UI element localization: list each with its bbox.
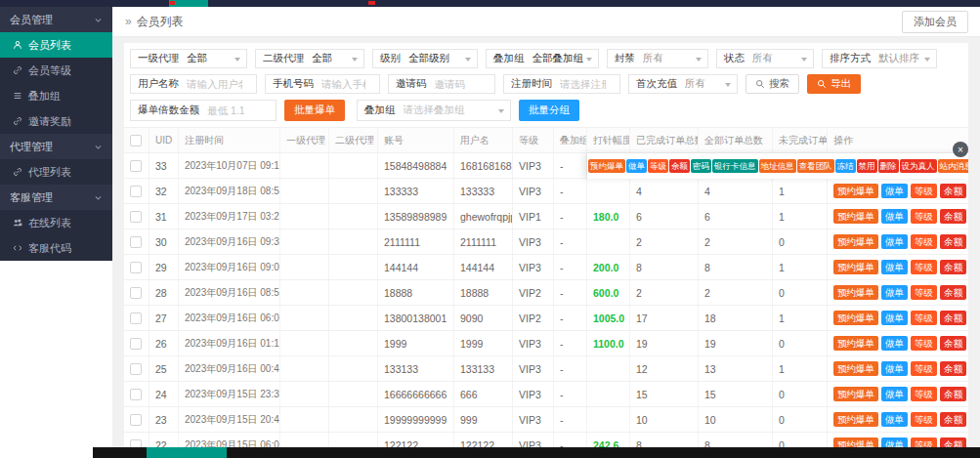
action-button[interactable]: 做单 bbox=[881, 184, 908, 199]
username-input[interactable] bbox=[187, 78, 242, 90]
overlay-action-button[interactable]: 银行卡信息 bbox=[712, 159, 758, 174]
action-button[interactable]: 预约爆单 bbox=[833, 184, 878, 199]
action-button[interactable]: 等级 bbox=[911, 361, 937, 377]
action-button[interactable]: 做单 bbox=[881, 311, 908, 326]
batch-group-button[interactable]: 批量分组 bbox=[519, 100, 579, 121]
overlay-action-button[interactable]: 做单 bbox=[626, 159, 647, 174]
action-button[interactable]: 做单 bbox=[881, 285, 908, 301]
close-icon[interactable]: × bbox=[953, 142, 968, 157]
horizontal-scrollbar[interactable] bbox=[93, 447, 980, 458]
sidebar-item-member-level[interactable]: 会员等级 bbox=[0, 58, 112, 83]
overlay-action-button[interactable]: 站内消息 bbox=[938, 159, 969, 174]
action-button[interactable]: 等级 bbox=[911, 234, 937, 250]
sidebar-item-stack-group[interactable]: 叠加组 bbox=[0, 83, 112, 108]
action-button[interactable]: 余额 bbox=[940, 336, 966, 352]
select-all-checkbox[interactable] bbox=[130, 135, 142, 146]
filter-agent1-select[interactable]: 一级代理 全部 bbox=[130, 49, 247, 68]
sidebar-item-agent-list[interactable]: 代理列表 bbox=[0, 159, 112, 185]
action-button[interactable]: 等级 bbox=[911, 336, 937, 352]
action-button[interactable]: 做单 bbox=[881, 336, 908, 352]
row-checkbox[interactable] bbox=[130, 287, 142, 299]
export-button[interactable]: 导出 bbox=[807, 74, 861, 94]
row-checkbox[interactable] bbox=[130, 262, 142, 273]
action-button[interactable]: 余额 bbox=[940, 387, 966, 402]
action-button[interactable]: 余额 bbox=[940, 412, 966, 428]
filter-sort-select[interactable]: 排序方式 默认排序 bbox=[822, 49, 937, 68]
overlay-action-button[interactable]: 查看团队 bbox=[797, 159, 834, 174]
action-button[interactable]: 预约爆单 bbox=[833, 336, 878, 352]
action-button[interactable]: 余额 bbox=[940, 260, 966, 275]
batch-burst-button[interactable]: 批量爆单 bbox=[284, 100, 345, 121]
action-button[interactable]: 做单 bbox=[881, 209, 908, 225]
register-time-input[interactable] bbox=[560, 78, 606, 90]
row-checkbox[interactable] bbox=[130, 236, 142, 248]
filter-value: 全部 bbox=[187, 52, 207, 65]
action-button[interactable]: 等级 bbox=[911, 311, 937, 326]
sidebar-item-online-list[interactable]: 在线列表 bbox=[0, 210, 112, 235]
action-button[interactable]: 余额 bbox=[940, 311, 966, 326]
action-button[interactable]: 余额 bbox=[940, 209, 966, 225]
action-button[interactable]: 等级 bbox=[911, 285, 937, 301]
action-button[interactable]: 预约爆单 bbox=[833, 209, 878, 225]
action-button[interactable]: 做单 bbox=[881, 387, 908, 402]
sidebar-item-member-list[interactable]: 会员列表 bbox=[0, 32, 112, 58]
top-scroll-strip[interactable] bbox=[0, 0, 980, 7]
row-checkbox[interactable] bbox=[130, 389, 142, 400]
action-button[interactable]: 余额 bbox=[940, 361, 966, 377]
batch-group-select[interactable]: 叠加组 请选择叠加组 bbox=[357, 100, 511, 121]
action-button[interactable]: 做单 bbox=[881, 234, 908, 250]
action-button[interactable]: 余额 bbox=[940, 184, 966, 199]
overlay-action-button[interactable]: 等级 bbox=[648, 159, 668, 174]
sidebar-item-service-code[interactable]: 客服代码 bbox=[0, 235, 112, 261]
action-button[interactable]: 做单 bbox=[881, 260, 908, 275]
action-button[interactable]: 余额 bbox=[940, 285, 966, 301]
action-button[interactable]: 预约爆单 bbox=[833, 387, 878, 402]
overlay-action-button[interactable]: 设为真人 bbox=[900, 159, 937, 174]
phone-input[interactable] bbox=[321, 78, 365, 90]
add-member-button[interactable]: 添加会员 bbox=[902, 11, 968, 33]
horizontal-scrollbar-thumb[interactable] bbox=[147, 447, 227, 458]
sidebar-group-service-management[interactable]: 客服管理 bbox=[0, 185, 112, 210]
row-checkbox[interactable] bbox=[130, 211, 142, 223]
sidebar-item-invite-reward[interactable]: 邀请奖励 bbox=[0, 108, 112, 134]
action-button[interactable]: 余额 bbox=[940, 234, 966, 250]
overlay-action-button[interactable]: 冻结 bbox=[835, 159, 856, 174]
overlay-action-button[interactable]: 密码 bbox=[691, 159, 711, 174]
burst-amount-input[interactable] bbox=[207, 104, 262, 116]
search-button[interactable]: 搜索 bbox=[746, 74, 799, 94]
sidebar-group-agent-management[interactable]: 代理管理 bbox=[0, 134, 112, 159]
sidebar-group-member-management[interactable]: 会员管理 bbox=[0, 7, 112, 32]
overlay-action-button[interactable]: 余额 bbox=[669, 159, 690, 174]
invite-code-input[interactable] bbox=[435, 78, 482, 90]
action-button[interactable]: 等级 bbox=[911, 412, 937, 428]
overlay-action-button[interactable]: 预约爆单 bbox=[588, 159, 625, 174]
action-button[interactable]: 等级 bbox=[911, 184, 937, 199]
action-button[interactable]: 等级 bbox=[911, 260, 937, 275]
action-button[interactable]: 预约爆单 bbox=[833, 361, 878, 377]
action-button[interactable]: 做单 bbox=[881, 361, 908, 377]
row-checkbox[interactable] bbox=[130, 338, 142, 350]
row-checkbox[interactable] bbox=[130, 312, 142, 324]
overlay-action-button[interactable]: 禁用 bbox=[857, 159, 877, 174]
action-button[interactable]: 预约爆单 bbox=[833, 234, 878, 250]
row-checkbox[interactable] bbox=[130, 363, 142, 375]
top-scroll-thumb[interactable] bbox=[169, 0, 208, 7]
row-checkbox[interactable] bbox=[130, 414, 142, 426]
row-checkbox[interactable] bbox=[130, 186, 142, 197]
row-checkbox[interactable] bbox=[130, 160, 142, 172]
action-button[interactable]: 预约爆单 bbox=[833, 285, 878, 301]
filter-level-select[interactable]: 级别 全部级别 bbox=[372, 49, 478, 68]
action-button[interactable]: 预约爆单 bbox=[833, 260, 878, 275]
first-recharge-select[interactable]: 首次充值 所有 bbox=[628, 74, 738, 94]
action-button[interactable]: 预约爆单 bbox=[833, 311, 878, 326]
filter-agent2-select[interactable]: 二级代理 全部 bbox=[255, 49, 364, 68]
overlay-action-button[interactable]: 地址信息 bbox=[759, 159, 796, 174]
filter-status-select[interactable]: 状态 所有 bbox=[716, 49, 814, 68]
action-button[interactable]: 等级 bbox=[911, 209, 937, 225]
filter-ban-select[interactable]: 封禁 所有 bbox=[607, 49, 708, 68]
overlay-action-button[interactable]: 删除 bbox=[878, 159, 899, 174]
action-button[interactable]: 做单 bbox=[881, 412, 908, 428]
action-button[interactable]: 等级 bbox=[911, 387, 937, 402]
action-button[interactable]: 预约爆单 bbox=[833, 412, 878, 428]
filter-stack-group-select[interactable]: 叠加组 全部叠加组 bbox=[486, 49, 599, 68]
